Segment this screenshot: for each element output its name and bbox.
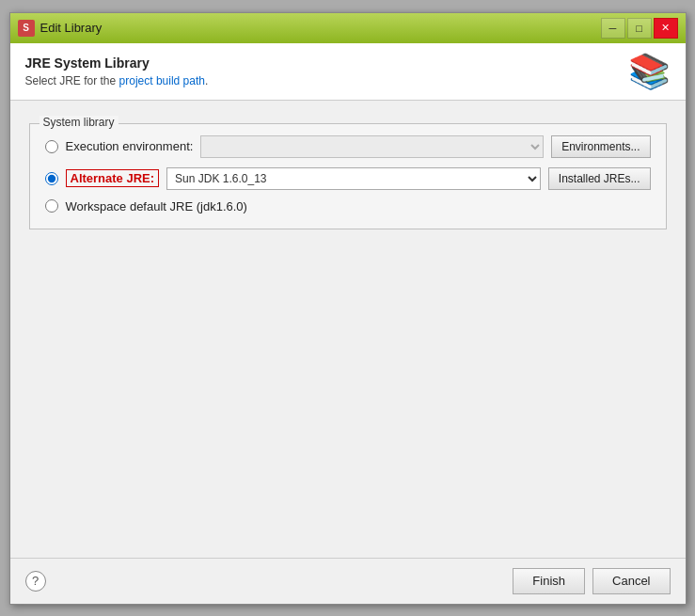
cancel-button[interactable]: Cancel [592, 568, 670, 594]
close-button[interactable]: ✕ [654, 18, 678, 39]
header-text: JRE System Library Select JRE for the pr… [25, 55, 209, 87]
alternate-jre-radio[interactable] [45, 172, 58, 185]
execution-environment-radio[interactable] [45, 140, 58, 153]
help-button[interactable]: ? [25, 571, 46, 592]
finish-button[interactable]: Finish [513, 568, 585, 594]
workspace-default-label: Workspace default JRE (jdk1.6.0) [66, 199, 247, 213]
footer-area: ? Finish Cancel [10, 558, 686, 604]
alternate-jre-row: Alternate JRE: Sun JDK 1.6.0_13 Installe… [45, 167, 651, 190]
maximize-button[interactable]: □ [627, 18, 652, 39]
subtitle-post: . [205, 74, 208, 87]
workspace-default-row: Workspace default JRE (jdk1.6.0) [45, 199, 651, 213]
execution-environment-row: Execution environment: Environments... [45, 135, 651, 158]
execution-environment-label: Execution environment: [66, 139, 194, 153]
title-controls: ─ □ ✕ [601, 18, 678, 39]
window-title: Edit Library [40, 21, 103, 35]
subtitle-link[interactable]: project build path [119, 74, 205, 87]
subtitle-pre: Select JRE for the [25, 74, 119, 87]
edit-library-window: S Edit Library ─ □ ✕ JRE System Library … [9, 12, 687, 605]
footer-buttons: Finish Cancel [513, 568, 670, 594]
title-bar: S Edit Library ─ □ ✕ [10, 13, 686, 43]
content-area: System library Execution environment: En… [10, 101, 686, 558]
header-title: JRE System Library [25, 55, 209, 71]
workspace-default-radio[interactable] [45, 199, 58, 213]
title-bar-left: S Edit Library [18, 20, 103, 37]
header-area: JRE System Library Select JRE for the pr… [10, 43, 686, 101]
alternate-jre-label: Alternate JRE: [66, 169, 160, 187]
alternate-jre-dropdown[interactable]: Sun JDK 1.6.0_13 [166, 167, 541, 190]
app-icon: S [18, 20, 35, 37]
library-icon: 📚 [628, 55, 671, 88]
header-subtitle: Select JRE for the project build path. [25, 74, 209, 87]
execution-environment-dropdown[interactable] [200, 135, 544, 158]
environments-button[interactable]: Environments... [551, 135, 650, 158]
installed-jres-button[interactable]: Installed JREs... [548, 167, 651, 190]
group-box-label: System library [39, 116, 118, 129]
minimize-button[interactable]: ─ [601, 18, 625, 39]
system-library-group: System library Execution environment: En… [29, 123, 667, 229]
